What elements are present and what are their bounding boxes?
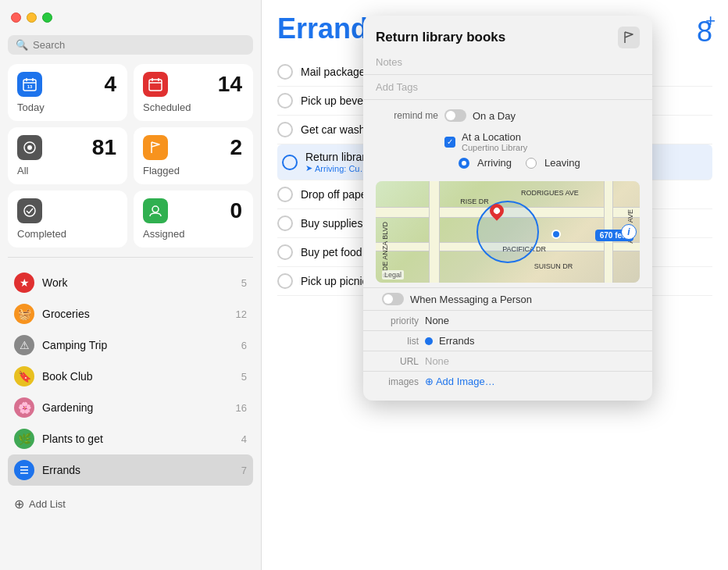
at-location-checkbox[interactable]: ✓: [444, 137, 455, 148]
arriving-label: Arriving: [477, 157, 512, 169]
list-item-plants[interactable]: 🌿 Plants to get 4: [8, 423, 253, 454]
list-row: list Errands: [363, 331, 652, 351]
detail-title: Return library books: [376, 30, 505, 45]
fullscreen-button[interactable]: [42, 12, 52, 23]
remind-me-row: remind me On a Day: [376, 106, 640, 125]
list-color-dot: [425, 337, 433, 345]
label-suisun: SUISUN DR: [534, 262, 573, 270]
map-pin-center: [493, 206, 501, 215]
on-a-day-toggle[interactable]: [444, 109, 466, 122]
task-checkbox-carwash[interactable]: [277, 122, 293, 137]
leaving-radio[interactable]: [526, 158, 537, 169]
label-rodrigues: RODRIGUES AVE: [521, 189, 579, 197]
plants-label: Plants to get: [42, 433, 234, 445]
minimize-button[interactable]: [27, 12, 37, 23]
errands-label: Errands: [42, 464, 234, 476]
task-checkbox-petfood[interactable]: [277, 244, 293, 260]
completed-label: Completed: [17, 228, 118, 240]
add-list-icon: ⊕: [14, 497, 24, 511]
all-label: All: [17, 165, 118, 176]
close-button[interactable]: [11, 12, 21, 23]
smart-list-completed[interactable]: Completed: [8, 191, 127, 248]
images-label: images: [376, 376, 419, 387]
task-checkbox-mail[interactable]: [277, 64, 293, 80]
road-de-anza: [429, 181, 440, 283]
bookclub-icon: 🔖: [14, 366, 34, 387]
task-checkbox-pickup-bev[interactable]: [277, 93, 293, 109]
sidebar: 🔍 13 4 Today 14 Scheduled 81 All: [0, 0, 262, 570]
remind-me-label: remind me: [376, 110, 438, 121]
plants-icon: 🌿: [14, 429, 34, 449]
smart-list-grid: 13 4 Today 14 Scheduled 81 All 2: [8, 64, 253, 248]
search-input[interactable]: [33, 39, 245, 51]
smart-list-scheduled[interactable]: 14 Scheduled: [134, 64, 253, 121]
notes-field[interactable]: Notes: [363, 53, 652, 75]
scheduled-count: 14: [218, 72, 242, 97]
when-messaging-row: When Messaging a Person: [363, 287, 652, 311]
location-map: RISE DR S DE ANZA BLVD RODRIGUES AVE ANE…: [376, 181, 640, 283]
priority-label: priority: [376, 315, 419, 326]
task-checkbox-supplies[interactable]: [277, 216, 293, 231]
url-label: URL: [376, 356, 419, 367]
search-bar[interactable]: 🔍: [8, 35, 253, 55]
scheduled-icon: [143, 72, 168, 97]
traffic-lights: [8, 9, 253, 29]
list-item-groceries[interactable]: 🧺 Groceries 12: [8, 298, 253, 330]
main-content: Errands 8 + Mail packages Pick up bever……: [262, 0, 728, 570]
scheduled-label: Scheduled: [143, 102, 244, 113]
svg-point-10: [27, 145, 32, 150]
when-messaging-toggle[interactable]: [382, 293, 404, 305]
svg-text:13: 13: [27, 84, 33, 89]
on-a-day-label: On a Day: [473, 110, 516, 122]
task-checkbox-picnic[interactable]: [277, 273, 293, 289]
priority-value: None: [425, 315, 449, 326]
list-item-errands[interactable]: Errands 7: [8, 454, 253, 486]
current-location-dot: [551, 230, 561, 239]
today-count: 4: [104, 72, 116, 97]
list-item-work[interactable]: ★ Work 5: [8, 267, 253, 298]
today-label: Today: [17, 102, 118, 113]
task-text-petfood: Buy pet food: [301, 246, 362, 258]
task-text-mail: Mail packages: [301, 66, 371, 78]
flag-button[interactable]: [618, 27, 640, 48]
assigned-label: Assigned: [143, 228, 244, 240]
add-list-button[interactable]: ⊕ Add List: [8, 492, 253, 516]
smart-list-assigned[interactable]: 0 Assigned: [134, 191, 253, 248]
work-count: 5: [241, 277, 247, 289]
all-count: 81: [92, 135, 116, 160]
arriving-leaving-row: Arriving Leaving: [376, 155, 640, 170]
when-messaging-label: When Messaging a Person: [410, 294, 532, 305]
work-icon: ★: [14, 273, 34, 293]
list-item-camping[interactable]: ⚠ Camping Trip 6: [8, 330, 253, 361]
svg-point-11: [24, 205, 35, 216]
completed-icon: [17, 198, 42, 223]
task-sub-text-library: Arriving: Cu…: [315, 164, 368, 173]
smart-list-flagged[interactable]: 2 Flagged: [134, 127, 253, 184]
user-lists: ★ Work 5 🧺 Groceries 12 ⚠ Camping Trip 6…: [8, 267, 253, 486]
groceries-icon: 🧺: [14, 304, 34, 324]
location-radius: [476, 201, 539, 263]
map-background: RISE DR S DE ANZA BLVD RODRIGUES AVE ANE…: [376, 181, 640, 283]
today-icon: 13: [17, 72, 42, 97]
add-image-button[interactable]: ⊕ Add Image…: [425, 376, 495, 387]
add-task-button[interactable]: +: [705, 11, 716, 31]
info-icon[interactable]: i: [621, 224, 637, 240]
tags-field[interactable]: Add Tags: [363, 78, 652, 100]
task-checkbox-dropoff[interactable]: [277, 187, 293, 202]
assigned-count: 0: [230, 198, 242, 223]
sidebar-divider: [8, 257, 253, 258]
gardening-count: 16: [236, 402, 247, 414]
work-label: Work: [42, 276, 234, 289]
task-checkbox-library[interactable]: [282, 155, 298, 170]
groceries-count: 12: [236, 308, 247, 320]
list-label: list: [376, 336, 419, 347]
list-item-gardening[interactable]: 🌸 Gardening 16: [8, 392, 253, 423]
at-location-label: At a Location: [462, 131, 527, 143]
list-item-bookclub[interactable]: 🔖 Book Club 5: [8, 361, 253, 392]
remind-me-section: remind me On a Day ✓ At a Location Cuper…: [363, 100, 652, 176]
map-legal: Legal: [382, 270, 404, 280]
svg-rect-5: [149, 80, 162, 91]
arriving-radio[interactable]: [459, 158, 469, 169]
smart-list-today[interactable]: 13 4 Today: [8, 64, 127, 121]
smart-list-all[interactable]: 81 All: [8, 127, 127, 184]
